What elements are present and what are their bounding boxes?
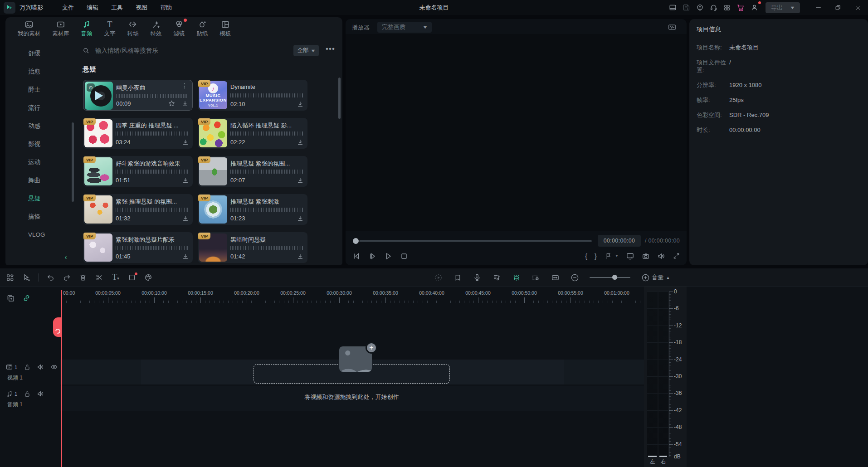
current-timecode[interactable]: 00:00:00:00 bbox=[598, 235, 641, 247]
music-item-7[interactable]: VIP推理悬疑 紧张刺激01:23 bbox=[198, 194, 307, 225]
play-button[interactable] bbox=[384, 252, 393, 261]
music-item-2[interactable]: VIP四季 庄重的 推理悬疑 ...03:24 bbox=[83, 118, 193, 149]
scrubber-handle[interactable] bbox=[353, 238, 359, 244]
playhead-line[interactable] bbox=[61, 290, 62, 467]
timeline-ruler[interactable]: 00:0000:00:05:0000:00:10:0000:00:15:0000… bbox=[60, 290, 644, 303]
bookmark-marker-icon[interactable] bbox=[453, 273, 462, 282]
workspace-layout-icon[interactable] bbox=[667, 2, 678, 14]
add-clip-icon[interactable] bbox=[6, 294, 15, 302]
delete-icon[interactable] bbox=[78, 273, 88, 282]
export-button[interactable]: 导出▼ bbox=[766, 2, 800, 13]
audio-mixer-icon[interactable] bbox=[492, 273, 501, 282]
volume-panel-toggle[interactable]: 音量▲ bbox=[652, 268, 670, 287]
support-headset-icon[interactable] bbox=[707, 2, 719, 14]
snap-magnet-icon[interactable] bbox=[512, 273, 521, 282]
marker-dropdown-icon[interactable]: ▼ bbox=[615, 254, 619, 258]
music-item-0[interactable]: ⊙幽灵小夜曲⋮00:09 bbox=[83, 80, 193, 111]
minimize-button[interactable] bbox=[808, 0, 828, 15]
download-icon[interactable] bbox=[182, 177, 189, 184]
tab-music[interactable]: 音频 bbox=[75, 17, 98, 37]
mute-speaker-icon[interactable] bbox=[37, 390, 44, 398]
marker-icon[interactable] bbox=[604, 252, 612, 260]
select-tool-icon[interactable] bbox=[22, 273, 31, 282]
menu-item-2[interactable]: 工具 bbox=[105, 0, 129, 15]
preview-viewport[interactable] bbox=[346, 34, 687, 231]
category-item-8[interactable]: 悬疑 bbox=[5, 190, 73, 208]
music-item-3[interactable]: VIP陷入循环 推理悬疑 影...02:22 bbox=[198, 118, 307, 149]
store-cart-icon[interactable] bbox=[735, 2, 746, 14]
previous-frame-button[interactable] bbox=[352, 252, 361, 261]
music-item-8[interactable]: VIP紧张刺激的悬疑片配乐01:45 bbox=[83, 232, 193, 263]
mark-in-button[interactable]: { bbox=[585, 252, 587, 260]
fit-timeline-icon[interactable] bbox=[551, 273, 560, 282]
undo-icon[interactable] bbox=[46, 273, 55, 282]
preview-zone-icon[interactable] bbox=[531, 273, 540, 282]
menu-item-4[interactable]: 帮助 bbox=[154, 0, 178, 15]
tab-text[interactable]: T文字 bbox=[98, 17, 122, 37]
more-options-icon[interactable]: ••• bbox=[326, 44, 335, 54]
preview-scan-icon[interactable]: ⊙ bbox=[87, 83, 95, 92]
next-frame-button[interactable] bbox=[368, 252, 377, 261]
eye-visibility-icon[interactable] bbox=[50, 363, 58, 371]
manage-tracks-icon[interactable] bbox=[5, 273, 15, 282]
category-item-7[interactable]: 舞曲 bbox=[5, 171, 73, 190]
render-preview-icon[interactable] bbox=[434, 273, 443, 282]
tab-library[interactable]: 素材库 bbox=[46, 17, 75, 37]
download-icon[interactable] bbox=[181, 100, 189, 107]
lock-icon[interactable] bbox=[23, 390, 31, 398]
tab-media[interactable]: 我的素材 bbox=[12, 17, 46, 37]
lock-icon[interactable] bbox=[23, 363, 31, 371]
export-dropdown-icon[interactable]: ▼ bbox=[790, 5, 795, 10]
zoom-out-icon[interactable] bbox=[570, 273, 579, 282]
download-icon[interactable] bbox=[297, 215, 304, 222]
snapshot-camera-icon[interactable] bbox=[642, 252, 650, 260]
split-scissors-icon[interactable] bbox=[95, 273, 104, 282]
save-icon[interactable] bbox=[680, 2, 692, 14]
music-item-9[interactable]: VIP黑暗时间悬疑01:42 bbox=[198, 232, 307, 263]
playhead-handle[interactable] bbox=[53, 317, 62, 337]
category-item-10[interactable]: VLOG bbox=[5, 226, 73, 244]
music-list-scrollbar[interactable] bbox=[338, 78, 341, 119]
upload-icon[interactable] bbox=[694, 2, 706, 14]
stop-button[interactable] bbox=[400, 252, 409, 261]
menu-item-3[interactable]: 视图 bbox=[129, 0, 154, 15]
category-item-0[interactable]: 舒缓 bbox=[5, 44, 73, 63]
apps-grid-icon[interactable] bbox=[721, 2, 733, 14]
download-icon[interactable] bbox=[182, 139, 189, 146]
music-item-1[interactable]: ♪MUSICEXPANSIONVOL.1VIPDynamite02:10 bbox=[198, 80, 307, 111]
download-icon[interactable] bbox=[297, 253, 304, 260]
favorite-star-icon[interactable] bbox=[168, 100, 176, 107]
music-item-5[interactable]: VIP推理悬疑 紧张的氛围...02:07 bbox=[198, 156, 307, 187]
link-clips-icon[interactable] bbox=[22, 294, 31, 302]
music-item-6[interactable]: VIP紧张 推理悬疑 的氛围...01:32 bbox=[83, 194, 193, 225]
category-item-9[interactable]: 搞怪 bbox=[5, 208, 73, 226]
speaker-icon[interactable] bbox=[657, 252, 665, 260]
category-item-1[interactable]: 治愈 bbox=[5, 63, 73, 81]
mark-out-button[interactable]: } bbox=[595, 252, 597, 260]
tab-effects[interactable]: 特效 bbox=[145, 17, 168, 37]
mute-speaker-icon[interactable] bbox=[37, 363, 44, 371]
menu-item-0[interactable]: 文件 bbox=[56, 0, 80, 15]
display-device-icon[interactable] bbox=[626, 252, 634, 260]
zoom-in-icon[interactable] bbox=[641, 273, 650, 282]
add-media-plus-icon[interactable]: + bbox=[366, 342, 377, 354]
music-thumbnail[interactable]: ⊙ bbox=[85, 82, 113, 110]
download-icon[interactable] bbox=[297, 177, 304, 184]
download-icon[interactable] bbox=[182, 215, 189, 222]
category-scrollbar[interactable] bbox=[72, 122, 74, 202]
kebab-menu-icon[interactable]: ⋮ bbox=[181, 82, 188, 89]
crop-tool-icon[interactable] bbox=[127, 273, 137, 282]
tab-filters[interactable]: 滤镜 bbox=[168, 17, 191, 37]
tab-stickers[interactable]: 贴纸 bbox=[191, 17, 214, 37]
redo-icon[interactable] bbox=[62, 273, 71, 282]
zoom-slider[interactable] bbox=[590, 277, 630, 278]
account-icon[interactable] bbox=[748, 2, 760, 14]
menu-item-1[interactable]: 编辑 bbox=[80, 0, 105, 15]
tab-transition[interactable]: 转场 bbox=[122, 17, 145, 37]
music-item-4[interactable]: VIP好斗紧张的游戏音响效果01:51 bbox=[83, 156, 193, 187]
download-icon[interactable] bbox=[297, 101, 304, 108]
download-icon[interactable] bbox=[182, 253, 189, 260]
collapse-panel-button[interactable]: ‹ bbox=[61, 252, 70, 261]
text-tool-icon[interactable]: T▾ bbox=[111, 273, 120, 282]
category-item-4[interactable]: 动感 bbox=[5, 117, 73, 135]
